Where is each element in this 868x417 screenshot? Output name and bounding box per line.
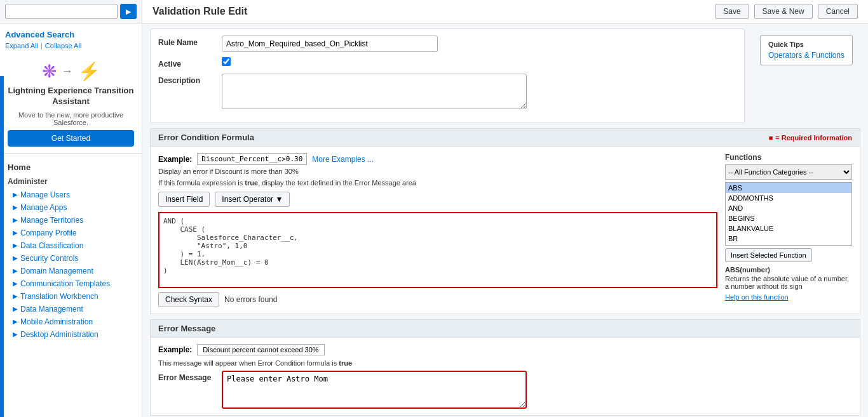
page-title: Validation Rule Edit: [153, 6, 710, 17]
operators-functions-link[interactable]: Operators & Functions: [768, 51, 844, 60]
quick-tips-box: Quick Tips Operators & Functions: [760, 35, 853, 65]
sidebar-item-label[interactable]: Data Management: [20, 305, 83, 314]
required-note-text: = Required Information: [775, 134, 852, 142]
quick-tips-title: Quick Tips: [768, 41, 844, 48]
sidebar-item-communication-templates[interactable]: ▶ Communication Templates: [0, 277, 142, 290]
expand-collapse-row: Expand All | Collapse All: [0, 42, 142, 55]
formula-section: Error Condition Formula ■ = Required Inf…: [150, 128, 860, 314]
chevron-icon: ▶: [13, 293, 18, 300]
sidebar-item-label[interactable]: Translation Workbench: [20, 292, 98, 301]
function-item-br[interactable]: BR: [726, 234, 851, 244]
promo-icons: ❋ → ⚡: [42, 61, 100, 82]
check-syntax-row: Check Syntax No errors found: [158, 292, 717, 307]
cancel-button[interactable]: Cancel: [818, 4, 858, 19]
functions-list[interactable]: ABS ADDMONTHS AND BEGINS BLANKVALUE BR: [725, 182, 852, 246]
sidebar-item-domain-management[interactable]: ▶ Domain Management: [0, 265, 142, 277]
collapse-all-link[interactable]: Collapse All: [45, 42, 81, 50]
active-checkbox[interactable]: [222, 57, 231, 66]
sidebar-item-label[interactable]: Data Classification: [20, 241, 83, 250]
syntax-result: No errors found: [224, 295, 277, 304]
formula-section-title: Error Condition Formula: [158, 133, 254, 142]
chevron-icon: ▶: [13, 229, 18, 236]
insert-operator-button[interactable]: Insert Operator ▼: [215, 192, 290, 207]
nav-home[interactable]: Home: [0, 159, 142, 175]
active-label: Active: [158, 57, 222, 69]
sidebar-item-manage-users[interactable]: ▶ Manage Users: [0, 189, 142, 201]
rule-name-input[interactable]: [222, 36, 438, 52]
sidebar-item-label[interactable]: Manage Users: [20, 190, 70, 199]
chevron-icon: ▶: [13, 242, 18, 249]
chevron-icon: ▶: [13, 267, 18, 274]
rule-name-row: Rule Name: [158, 36, 736, 52]
sidebar-item-label[interactable]: Company Profile: [20, 228, 77, 237]
insert-selected-function-button[interactable]: Insert Selected Function: [725, 248, 812, 262]
top-toolbar: Validation Rule Edit Save Save & New Can…: [142, 0, 868, 23]
chevron-icon: ▶: [13, 255, 18, 261]
check-syntax-button[interactable]: Check Syntax: [158, 292, 219, 307]
promo-desc: Move to the new, more productive Salesfo…: [8, 111, 134, 126]
chevron-icon: ▶: [13, 318, 18, 325]
sidebar-item-label[interactable]: Manage Apps: [20, 203, 67, 212]
promo-title: Lightning Experience Transition Assistan…: [8, 86, 134, 107]
function-item-begins[interactable]: BEGINS: [726, 213, 851, 223]
chevron-icon: ▶: [13, 280, 18, 287]
chevron-icon: ▶: [13, 216, 18, 223]
main-content: Validation Rule Edit Save Save & New Can…: [142, 0, 868, 417]
insert-field-button[interactable]: Insert Field: [158, 192, 210, 207]
sidebar-item-manage-apps[interactable]: ▶ Manage Apps: [0, 201, 142, 214]
function-item-addmonths[interactable]: ADDMONTHS: [726, 193, 851, 203]
function-description: Returns the absolute value of a number, …: [725, 275, 852, 290]
search-go-button[interactable]: ▶: [120, 4, 137, 19]
rule-form: Rule Name Active Description: [150, 29, 745, 123]
rule-name-label: Rule Name: [158, 36, 222, 47]
sidebar-item-security-controls[interactable]: ▶ Security Controls: [0, 252, 142, 265]
sidebar-item-manage-territories[interactable]: ▶ Manage Territories: [0, 214, 142, 227]
chevron-icon: ▶: [13, 191, 18, 198]
function-item-blankvalue[interactable]: BLANKVALUE: [726, 223, 851, 234]
formula-section-header: Error Condition Formula ■ = Required Inf…: [151, 129, 860, 147]
search-input[interactable]: [5, 4, 118, 19]
advanced-search-label[interactable]: Advanced Search: [0, 23, 142, 42]
sidebar-item-label[interactable]: Manage Territories: [20, 216, 83, 225]
search-area: ▶: [0, 0, 142, 23]
sidebar-item-label[interactable]: Communication Templates: [20, 279, 110, 288]
chevron-icon: ▶: [13, 204, 18, 211]
sidebar-item-company-profile[interactable]: ▶ Company Profile: [0, 227, 142, 239]
promo-get-started-button[interactable]: Get Started: [8, 130, 134, 147]
promo-box: ❋ → ⚡ Lightning Experience Transition As…: [0, 55, 142, 154]
error-message-label: Error Message: [158, 371, 222, 382]
formula-code-area[interactable]: AND ( CASE ( Salesforce_Character__c, "A…: [158, 212, 717, 288]
error-message-section: Error Message Example: Discount percent …: [150, 319, 860, 416]
sidebar-item-data-classification[interactable]: ▶ Data Classification: [0, 239, 142, 252]
more-examples-link[interactable]: More Examples ...: [312, 155, 374, 164]
chevron-icon: ▶: [13, 331, 18, 338]
save-button[interactable]: Save: [715, 4, 749, 19]
expand-all-link[interactable]: Expand All: [5, 42, 38, 50]
sidebar-item-label[interactable]: Desktop Administration: [20, 330, 98, 339]
flower-icon: ❋: [42, 61, 57, 82]
sidebar-item-mobile-admin[interactable]: ▶ Mobile Administration: [0, 315, 142, 328]
sidebar-item-translation-workbench[interactable]: ▶ Translation Workbench: [0, 290, 142, 303]
sidebar-item-label[interactable]: Domain Management: [20, 267, 93, 275]
bolt-icon: ⚡: [78, 61, 100, 82]
sidebar-item-label[interactable]: Security Controls: [20, 254, 78, 263]
save-new-button[interactable]: Save & New: [754, 4, 813, 19]
formula-left: Example: Discount_Percent__c>0.30 More E…: [158, 153, 717, 307]
active-row: Active: [158, 57, 736, 69]
function-item-and[interactable]: AND: [726, 203, 851, 213]
function-item-abs[interactable]: ABS: [726, 183, 851, 193]
error-message-textarea[interactable]: [222, 371, 527, 409]
functions-panel: Functions -- All Function Categories -- …: [725, 153, 852, 307]
sidebar-item-label[interactable]: Mobile Administration: [20, 317, 93, 326]
nav-administer[interactable]: Administer: [0, 175, 142, 189]
example-label: Example:: [158, 155, 192, 164]
function-categories-dropdown[interactable]: -- All Function Categories --: [725, 164, 852, 180]
example-code: Discount_Percent__c>0.30: [197, 153, 307, 165]
sidebar-item-data-management[interactable]: ▶ Data Management: [0, 303, 142, 315]
sidebar-item-desktop-admin[interactable]: ▶ Desktop Administration: [0, 328, 142, 341]
function-help-link[interactable]: Help on this function: [725, 293, 789, 301]
formula-buttons: Insert Field Insert Operator ▼: [158, 192, 717, 207]
description-textarea[interactable]: [222, 74, 527, 109]
arrow-icon: →: [62, 65, 73, 78]
error-example-row: Example: Discount percent cannot exceed …: [158, 344, 852, 355]
